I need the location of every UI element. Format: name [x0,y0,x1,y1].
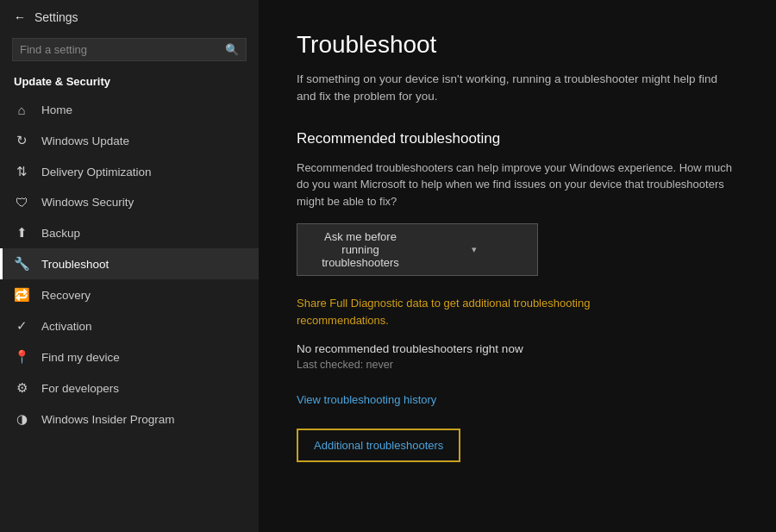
search-box[interactable]: 🔍 [12,38,247,61]
find-my-device-icon: 📍 [14,349,29,365]
sidebar-item-label-for-developers: For developers [41,382,119,395]
sidebar-item-label-troubleshoot: Troubleshoot [41,258,109,271]
windows-insider-icon: ◑ [14,411,29,427]
sidebar-item-label-backup: Backup [41,227,80,240]
sidebar-item-label-home: Home [41,103,72,116]
sidebar-item-windows-security[interactable]: 🛡Windows Security [0,187,259,217]
troubleshoot-dropdown[interactable]: Ask me before running troubleshooters ▾ [297,223,538,276]
delivery-optimization-icon: ⇅ [14,164,29,179]
sidebar-item-for-developers[interactable]: ⚙For developers [0,372,259,404]
no-recommended-text: No recommended troubleshooters right now [297,342,738,355]
sidebar-item-label-activation: Activation [41,320,92,333]
page-title: Troubleshoot [297,31,738,59]
sidebar-item-find-my-device[interactable]: 📍Find my device [0,341,259,372]
sidebar-item-label-windows-update: Windows Update [41,135,129,147]
sidebar-item-label-windows-insider: Windows Insider Program [41,413,175,426]
section-desc: Recommended troubleshooters can help imp… [297,160,738,210]
last-checked-text: Last checked: never [297,359,738,371]
sidebar-item-activation[interactable]: ✓Activation [0,310,259,341]
sidebar-item-windows-update[interactable]: ↻Windows Update [0,125,259,156]
settings-title: Settings [34,10,78,24]
activation-icon: ✓ [14,318,29,334]
search-icon: 🔍 [225,43,239,56]
backup-icon: ⬆ [14,225,29,241]
section-label: Update & Security [0,70,259,95]
dropdown-wrapper: Ask me before running troubleshooters ▾ [297,223,738,276]
view-history-link[interactable]: View troubleshooting history [297,393,738,406]
additional-troubleshooters-button[interactable]: Additional troubleshooters [297,429,460,462]
sidebar-item-delivery-optimization[interactable]: ⇅Delivery Optimization [0,156,259,187]
back-button[interactable]: ← [14,10,26,24]
sidebar-item-label-delivery-optimization: Delivery Optimization [41,166,152,178]
chevron-down-icon: ▾ [422,244,527,255]
windows-update-icon: ↻ [14,133,29,148]
main-content: Troubleshoot If something on your device… [259,0,776,532]
home-icon: ⌂ [14,103,29,117]
page-subtitle: If something on your device isn't workin… [297,71,738,106]
sidebar-header: ← Settings [0,0,259,34]
sidebar-item-recovery[interactable]: 🔁Recovery [0,279,259,310]
sidebar-item-troubleshoot[interactable]: 🔧Troubleshoot [0,248,259,279]
windows-security-icon: 🛡 [14,195,29,210]
sidebar-item-backup[interactable]: ⬆Backup [0,217,259,248]
sidebar-item-label-recovery: Recovery [41,289,91,302]
recommended-heading: Recommended troubleshooting [297,130,738,147]
nav-list: ⌂Home↻Windows Update⇅Delivery Optimizati… [0,95,259,435]
for-developers-icon: ⚙ [14,380,29,396]
recovery-icon: 🔁 [14,287,29,303]
sidebar-item-label-find-my-device: Find my device [41,351,120,364]
sidebar-item-windows-insider[interactable]: ◑Windows Insider Program [0,404,259,435]
troubleshoot-icon: 🔧 [14,256,29,272]
sidebar-item-home[interactable]: ⌂Home [0,95,259,125]
share-diagnostic-link[interactable]: Share Full Diagnostic data to get additi… [297,295,641,329]
search-input[interactable] [20,43,220,56]
sidebar-item-label-windows-security: Windows Security [41,196,134,209]
sidebar: ← Settings 🔍 Update & Security ⌂Home↻Win… [0,0,259,532]
dropdown-label: Ask me before running troubleshooters [308,230,413,269]
